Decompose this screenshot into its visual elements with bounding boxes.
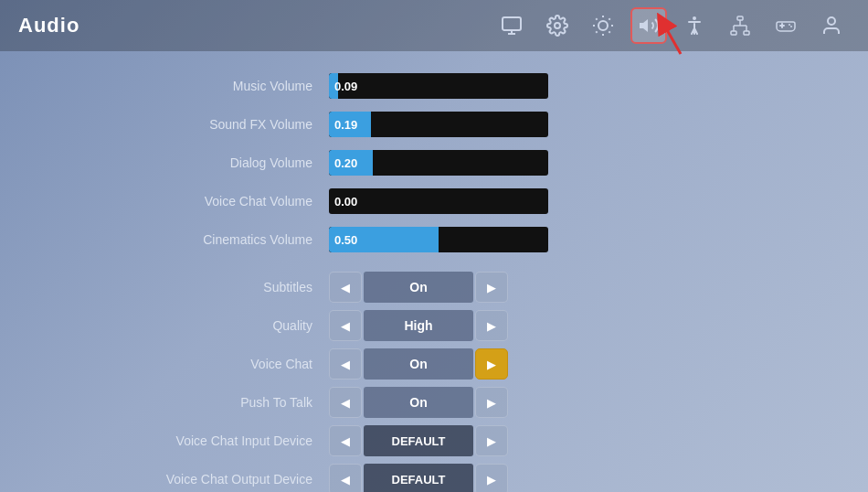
voice-input-value: DEFAULT	[364, 425, 473, 456]
voice-output-left-arrow[interactable]: ◀	[329, 464, 362, 492]
push-to-talk-value: On	[364, 387, 473, 418]
svg-point-24	[828, 17, 835, 25]
svg-rect-15	[737, 16, 743, 20]
nav-icons	[493, 7, 850, 44]
nav-icon-brightness[interactable]	[585, 7, 621, 44]
voice-chat-left-arrow[interactable]: ◀	[329, 348, 362, 380]
settings-content: Music Volume 0.09 Sound FX Volume 0.19 D…	[0, 51, 868, 492]
svg-line-11	[596, 31, 597, 32]
nav-icon-account[interactable]	[813, 7, 850, 44]
slider-dialog-volume[interactable]: 0.20	[329, 150, 548, 176]
nav-icon-monitor[interactable]	[493, 7, 530, 44]
label-voice-input-device: Voice Chat Input Device	[73, 433, 329, 448]
push-to-talk-left-arrow[interactable]: ◀	[329, 387, 362, 418]
row-voice-chat: Voice Chat ◀ On ▶	[73, 348, 795, 380]
label-subtitles: Subtitles	[73, 280, 329, 294]
nav-icon-audio[interactable]	[630, 7, 667, 44]
voice-input-left-arrow[interactable]: ◀	[329, 425, 362, 456]
toggle-push-to-talk: ◀ On ▶	[329, 387, 508, 418]
row-cinematics-volume: Cinematics Volume 0.50	[73, 223, 795, 256]
toggle-subtitles: ◀ On ▶	[329, 272, 508, 303]
value-voicechat-volume: 0.00	[334, 195, 357, 209]
label-voice-chat: Voice Chat	[73, 357, 329, 371]
svg-line-12	[609, 18, 609, 19]
subtitles-left-arrow[interactable]: ◀	[329, 272, 362, 303]
label-push-to-talk: Push To Talk	[73, 395, 329, 410]
label-voice-output-device: Voice Chat Output Device	[73, 472, 329, 487]
subtitles-right-arrow[interactable]: ▶	[475, 272, 508, 303]
voice-output-value: DEFAULT	[364, 464, 473, 492]
quality-left-arrow[interactable]: ◀	[329, 310, 362, 341]
label-quality: Quality	[73, 318, 329, 333]
svg-line-8	[609, 31, 609, 32]
slider-music-volume[interactable]: 0.09	[329, 73, 548, 99]
nav-icon-controller[interactable]	[767, 7, 804, 44]
slider-soundfx-volume[interactable]: 0.19	[329, 112, 548, 137]
slider-cinematics-volume[interactable]: 0.50	[329, 227, 548, 252]
voice-output-right-arrow[interactable]: ▶	[475, 464, 508, 492]
nav-icon-settings[interactable]	[539, 7, 576, 44]
svg-rect-16	[731, 31, 736, 35]
row-subtitles: Subtitles ◀ On ▶	[73, 271, 795, 304]
svg-line-7	[596, 18, 597, 19]
svg-point-14	[693, 16, 696, 20]
page-title: Audio	[18, 14, 493, 37]
quality-value: High	[364, 310, 473, 341]
header: Audio	[0, 0, 868, 51]
label-dialog-volume: Dialog Volume	[73, 155, 329, 170]
value-soundfx-volume: 0.19	[334, 118, 357, 132]
svg-rect-17	[744, 31, 749, 35]
label-voicechat-volume: Voice Chat Volume	[73, 194, 329, 209]
row-voicechat-volume: Voice Chat Volume 0.00	[73, 185, 795, 218]
label-music-volume: Music Volume	[73, 79, 329, 93]
voice-chat-right-arrow[interactable]: ▶	[475, 348, 508, 380]
voice-input-right-arrow[interactable]: ▶	[475, 425, 508, 456]
row-dialog-volume: Dialog Volume 0.20	[73, 146, 795, 179]
nav-icon-network[interactable]	[722, 7, 758, 44]
svg-point-3	[555, 23, 560, 28]
slider-voicechat-volume[interactable]: 0.00	[329, 188, 548, 214]
value-music-volume: 0.09	[334, 80, 357, 93]
label-cinematics-volume: Cinematics Volume	[73, 232, 329, 247]
toggle-voice-chat: ◀ On ▶	[329, 348, 508, 380]
row-push-to-talk: Push To Talk ◀ On ▶	[73, 386, 795, 419]
row-quality: Quality ◀ High ▶	[73, 309, 795, 342]
svg-point-22	[789, 24, 790, 26]
toggle-voice-output-device: ◀ DEFAULT ▶	[329, 464, 508, 492]
row-voice-input-device: Voice Chat Input Device ◀ DEFAULT ▶	[73, 424, 795, 457]
quality-right-arrow[interactable]: ▶	[475, 310, 508, 341]
svg-marker-13	[640, 19, 648, 32]
row-soundfx-volume: Sound FX Volume 0.19	[73, 108, 795, 141]
subtitles-value: On	[364, 272, 473, 303]
label-soundfx-volume: Sound FX Volume	[73, 117, 329, 132]
nav-icon-accessibility[interactable]	[676, 7, 713, 44]
svg-rect-0	[503, 17, 521, 30]
row-voice-output-device: Voice Chat Output Device ◀ DEFAULT ▶	[73, 463, 795, 492]
svg-point-23	[790, 26, 792, 27]
toggle-voice-input-device: ◀ DEFAULT ▶	[329, 425, 508, 456]
row-music-volume: Music Volume 0.09	[73, 70, 795, 102]
push-to-talk-right-arrow[interactable]: ▶	[475, 387, 508, 418]
toggle-quality: ◀ High ▶	[329, 310, 508, 341]
voice-chat-value: On	[364, 348, 473, 380]
value-dialog-volume: 0.20	[334, 156, 357, 170]
svg-point-4	[598, 21, 608, 30]
value-cinematics-volume: 0.50	[334, 233, 357, 247]
